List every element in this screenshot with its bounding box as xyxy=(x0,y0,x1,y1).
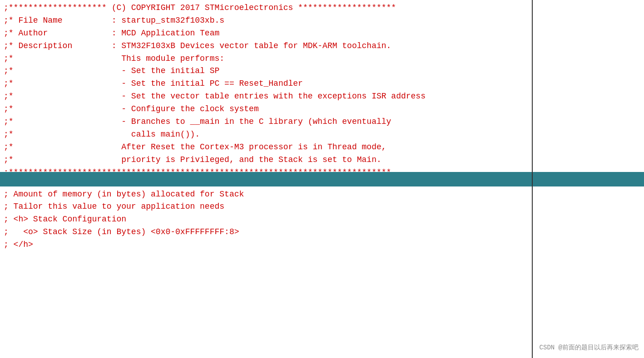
vertical-divider xyxy=(532,0,533,358)
code-line: ;* This module performs: xyxy=(4,53,640,65)
watermark: CSDN @前面的题目以后再来探索吧 xyxy=(540,343,639,352)
code-line: ;* File Name : startup_stm32f103xb.s xyxy=(4,15,640,27)
code-line-bottom: ; <h> Stack Configuration xyxy=(4,213,640,226)
code-line-bottom: ; Amount of memory (in bytes) allocated … xyxy=(4,188,640,201)
code-line: ;* - Set the initial PC == Reset_Handler xyxy=(4,78,640,90)
code-line: ;* - Branches to __main in the C library… xyxy=(4,116,640,128)
editor-container: ;******************** (C) COPYRIGHT 2017… xyxy=(0,0,644,358)
code-line: ;* After Reset the Cortex-M3 processor i… xyxy=(4,141,640,154)
code-line: ;* - Configure the clock system xyxy=(4,103,640,116)
highlight-bar xyxy=(0,172,644,186)
code-line: ;* - Set the vector table entries with t… xyxy=(4,90,640,103)
code-line-bottom: ; Tailor this value to your application … xyxy=(4,201,640,213)
code-line: ;* Description : STM32F103xB Devices vec… xyxy=(4,40,640,53)
code-top-section: ;******************** (C) COPYRIGHT 2017… xyxy=(0,0,644,172)
code-line: ;* calls main()). xyxy=(4,128,640,141)
code-bottom-section: ; Amount of memory (in bytes) allocated … xyxy=(0,186,644,358)
code-line: ;* - Set the initial SP xyxy=(4,65,640,78)
code-line: ;******************** (C) COPYRIGHT 2017… xyxy=(4,2,640,15)
code-line-bottom: ; <o> Stack Size (in Bytes) <0x0-0xFFFFF… xyxy=(4,226,640,239)
code-area: ;******************** (C) COPYRIGHT 2017… xyxy=(0,0,644,358)
code-line: ;* priority is Privileged, and the Stack… xyxy=(4,154,640,167)
code-line-bottom: ; </h> xyxy=(4,239,640,251)
code-line: ;* Author : MCD Application Team xyxy=(4,27,640,40)
code-line: ;***************************************… xyxy=(4,167,640,172)
